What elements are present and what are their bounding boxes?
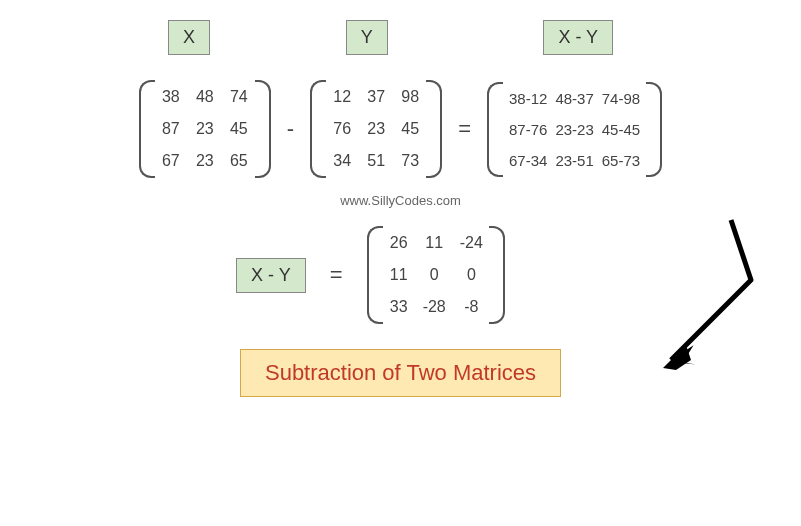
cell: 45: [400, 120, 420, 138]
cell: 0: [423, 266, 446, 284]
matrix-expression: 38-12 48-37 74-98 87-76 23-23 45-45 67-3…: [487, 82, 662, 177]
matrix-result: 26 11 -24 11 0 0 33 -28 -8: [367, 226, 505, 324]
cell: 0: [460, 266, 483, 284]
cell: 23-51: [555, 152, 593, 169]
website-url: www.SillyCodes.com: [20, 193, 781, 208]
label-x-minus-y: X - Y: [543, 20, 613, 55]
cell: 23: [195, 120, 215, 138]
matrix-x-grid: 38 48 74 87 23 45 67 23 65: [161, 88, 249, 170]
cell: 12: [332, 88, 352, 106]
cell: 23-23: [555, 121, 593, 138]
cell: 33: [389, 298, 409, 316]
cell: 48: [195, 88, 215, 106]
cell: 26: [389, 234, 409, 252]
cell: 37: [366, 88, 386, 106]
cell: 74-98: [602, 90, 640, 107]
cell: 87-76: [509, 121, 547, 138]
cell: -28: [423, 298, 446, 316]
cell: 87: [161, 120, 181, 138]
cell: -24: [460, 234, 483, 252]
cell: 65: [229, 152, 249, 170]
cell: -8: [460, 298, 483, 316]
matrix-result-grid: 26 11 -24 11 0 0 33 -28 -8: [389, 234, 483, 316]
cell: 98: [400, 88, 420, 106]
cell: 67: [161, 152, 181, 170]
equation-row: 38 48 74 87 23 45 67 23 65 - 12 37 98 76…: [20, 80, 781, 178]
cell: 38: [161, 88, 181, 106]
equals-operator-result: =: [324, 262, 349, 288]
label-x: X: [168, 20, 210, 55]
cell: 48-37: [555, 90, 593, 107]
equals-operator: =: [452, 116, 477, 142]
cell: 74: [229, 88, 249, 106]
cell: 65-73: [602, 152, 640, 169]
cell: 23: [195, 152, 215, 170]
svg-marker-1: [663, 345, 691, 370]
matrix-y-grid: 12 37 98 76 23 45 34 51 73: [332, 88, 420, 170]
cell: 45: [229, 120, 249, 138]
minus-operator: -: [281, 116, 300, 142]
diagram-title: Subtraction of Two Matrices: [240, 349, 561, 397]
cell: 76: [332, 120, 352, 138]
arrow-icon: [641, 210, 761, 380]
cell: 34: [332, 152, 352, 170]
cell: 67-34: [509, 152, 547, 169]
cell: 11: [423, 234, 446, 252]
matrix-x: 38 48 74 87 23 45 67 23 65: [139, 80, 271, 178]
cell: 11: [389, 266, 409, 284]
matrix-labels-row: X Y X - Y: [20, 20, 781, 55]
label-y: Y: [346, 20, 388, 55]
label-x-minus-y-result: X - Y: [236, 258, 306, 293]
cell: 51: [366, 152, 386, 170]
matrix-expression-grid: 38-12 48-37 74-98 87-76 23-23 45-45 67-3…: [509, 90, 640, 169]
matrix-y: 12 37 98 76 23 45 34 51 73: [310, 80, 442, 178]
cell: 23: [366, 120, 386, 138]
cell: 45-45: [602, 121, 640, 138]
cell: 38-12: [509, 90, 547, 107]
cell: 73: [400, 152, 420, 170]
